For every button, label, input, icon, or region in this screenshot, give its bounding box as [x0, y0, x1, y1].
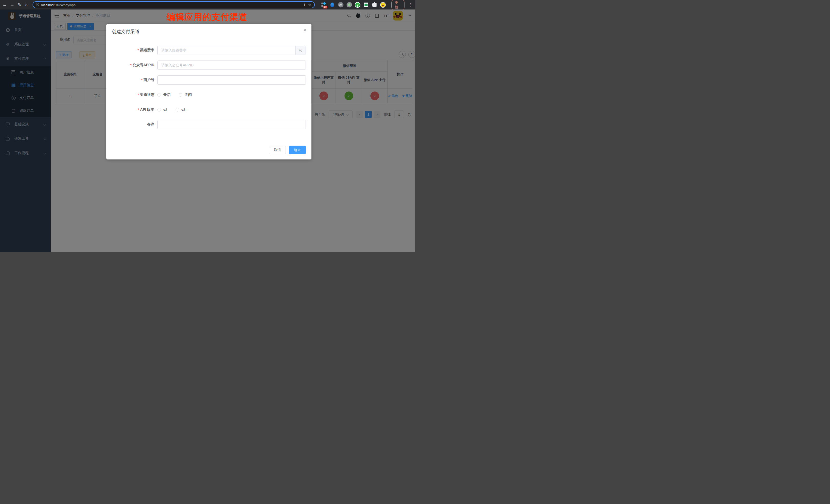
profile-emoji-icon[interactable] [380, 2, 386, 8]
close-icon[interactable]: × [304, 27, 306, 33]
form-row-remark: 备注 [106, 120, 312, 129]
status-radio-group: 开启 关闭 [157, 90, 192, 99]
browser-toolbar: ← → ↻ ⌂ ⓘ localhost:1024/pay/app ⬆ ☆ 10 … [0, 0, 415, 9]
extension-command-icon[interactable]: ⌘ [338, 2, 344, 8]
appid-input[interactable] [158, 61, 306, 69]
api-label: API 版本 [140, 107, 154, 112]
appid-input-wrap [157, 61, 306, 70]
api-radio-group: v2 v3 [157, 105, 185, 114]
extension-record-icon[interactable] [346, 2, 352, 8]
extension-y-icon[interactable]: y [355, 2, 360, 8]
api-v3-radio[interactable] [175, 108, 179, 112]
extension-chat-icon[interactable] [363, 2, 369, 8]
status-label: 渠道状态 [140, 93, 154, 97]
url-path: :1024/pay/app [54, 3, 75, 7]
browser-menu-icon[interactable]: ⋮ [409, 3, 412, 7]
confirm-button[interactable]: 确定 [289, 146, 306, 154]
rate-label: 渠道费率 [140, 48, 154, 53]
browser-forward-icon[interactable]: → [10, 3, 14, 7]
merchant-input-wrap [157, 75, 306, 85]
remark-input[interactable] [158, 120, 306, 129]
share-icon[interactable]: ⬆ [304, 3, 306, 7]
browser-reload-icon[interactable]: ↻ [18, 3, 21, 7]
extensions-puzzle-icon[interactable] [372, 2, 377, 8]
dialog-footer: 取消 确定 [269, 146, 306, 154]
cancel-button[interactable]: 取消 [269, 146, 286, 154]
status-open-label[interactable]: 开启 [163, 93, 170, 97]
remark-label: 备注 [147, 122, 154, 127]
annotation-text: 编辑应用的支付渠道 [167, 11, 247, 23]
remark-input-wrap [157, 120, 306, 129]
form-row-merchant: *商户号 [106, 75, 312, 85]
extension-badge: 10 [323, 6, 327, 8]
merchant-input[interactable] [158, 75, 306, 84]
browser-update-button[interactable]: 更新 [391, 0, 405, 10]
browser-back-icon[interactable]: ← [3, 3, 7, 7]
dialog-title: 创建支付渠道 [112, 28, 139, 35]
form-row-rate: *渠道费率 % [106, 45, 312, 55]
merchant-label: 商户号 [143, 78, 154, 82]
extension-balloon-icon[interactable] [329, 2, 335, 8]
browser-home-icon[interactable]: ⌂ [25, 3, 27, 7]
appid-label: 公众号APPID [132, 63, 154, 67]
url-host: localhost [41, 3, 54, 7]
screen: ← → ↻ ⌂ ⓘ localhost:1024/pay/app ⬆ ☆ 10 … [0, 0, 415, 252]
status-closed-radio[interactable] [179, 93, 182, 97]
status-open-radio[interactable] [157, 93, 161, 97]
status-closed-label[interactable]: 关闭 [185, 93, 192, 97]
site-info-icon[interactable]: ⓘ [36, 3, 39, 7]
rate-input-wrap: % [157, 45, 306, 55]
browser-extensions: 10 ⌘ y [321, 2, 386, 8]
form-row-api: *API 版本 v2 v3 [106, 105, 312, 114]
api-v2-label[interactable]: v2 [163, 108, 167, 112]
address-bar[interactable]: ⓘ localhost:1024/pay/app ⬆ ☆ [33, 1, 315, 8]
rate-input[interactable] [158, 46, 295, 55]
api-v2-radio[interactable] [157, 108, 161, 112]
create-pay-channel-dialog: 创建支付渠道 × *渠道费率 % *公众号APPID *商户号 *渠道状态 [106, 24, 312, 159]
api-v3-label[interactable]: v3 [182, 108, 186, 112]
form-row-status: *渠道状态 开启 关闭 [106, 90, 312, 99]
percent-suffix: % [295, 46, 306, 55]
extension-icon[interactable]: 10 [321, 2, 326, 8]
form-row-appid: *公众号APPID [106, 61, 312, 70]
bookmark-star-icon[interactable]: ☆ [308, 3, 311, 7]
